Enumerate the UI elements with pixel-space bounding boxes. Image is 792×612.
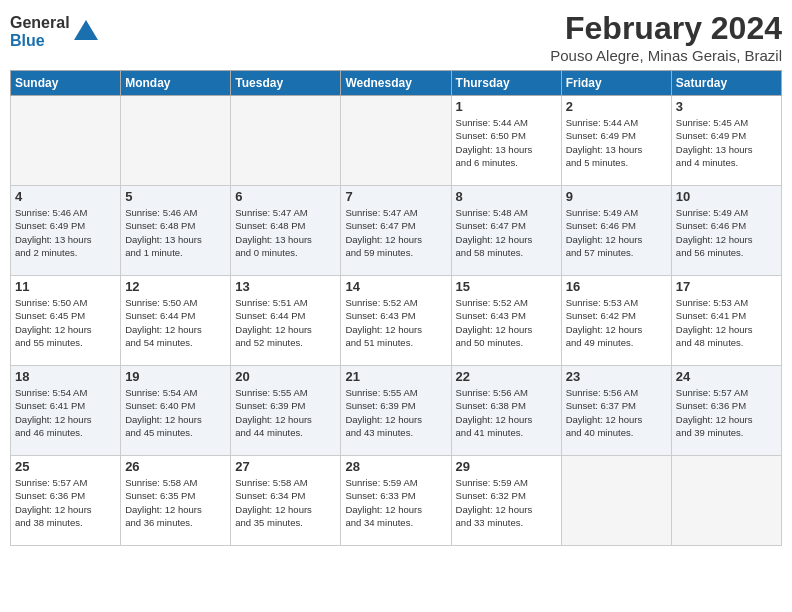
day-number: 23: [566, 369, 667, 384]
calendar-week-3: 11Sunrise: 5:50 AM Sunset: 6:45 PM Dayli…: [11, 276, 782, 366]
logo-blue: Blue: [10, 32, 70, 50]
day-info: Sunrise: 5:47 AM Sunset: 6:47 PM Dayligh…: [345, 206, 446, 259]
calendar-header: Sunday Monday Tuesday Wednesday Thursday…: [11, 71, 782, 96]
day-info: Sunrise: 5:56 AM Sunset: 6:38 PM Dayligh…: [456, 386, 557, 439]
logo-general: General: [10, 14, 70, 32]
calendar-cell: 25Sunrise: 5:57 AM Sunset: 6:36 PM Dayli…: [11, 456, 121, 546]
day-info: Sunrise: 5:57 AM Sunset: 6:36 PM Dayligh…: [15, 476, 116, 529]
calendar-cell: [11, 96, 121, 186]
day-info: Sunrise: 5:51 AM Sunset: 6:44 PM Dayligh…: [235, 296, 336, 349]
calendar-week-5: 25Sunrise: 5:57 AM Sunset: 6:36 PM Dayli…: [11, 456, 782, 546]
calendar-cell: 26Sunrise: 5:58 AM Sunset: 6:35 PM Dayli…: [121, 456, 231, 546]
day-info: Sunrise: 5:52 AM Sunset: 6:43 PM Dayligh…: [345, 296, 446, 349]
day-info: Sunrise: 5:46 AM Sunset: 6:48 PM Dayligh…: [125, 206, 226, 259]
month-year-title: February 2024: [550, 10, 782, 47]
calendar-cell: 14Sunrise: 5:52 AM Sunset: 6:43 PM Dayli…: [341, 276, 451, 366]
day-number: 26: [125, 459, 226, 474]
calendar-cell: [341, 96, 451, 186]
day-info: Sunrise: 5:47 AM Sunset: 6:48 PM Dayligh…: [235, 206, 336, 259]
day-number: 6: [235, 189, 336, 204]
day-info: Sunrise: 5:56 AM Sunset: 6:37 PM Dayligh…: [566, 386, 667, 439]
day-number: 21: [345, 369, 446, 384]
calendar-cell: [121, 96, 231, 186]
day-info: Sunrise: 5:48 AM Sunset: 6:47 PM Dayligh…: [456, 206, 557, 259]
calendar-cell: 10Sunrise: 5:49 AM Sunset: 6:46 PM Dayli…: [671, 186, 781, 276]
day-info: Sunrise: 5:46 AM Sunset: 6:49 PM Dayligh…: [15, 206, 116, 259]
calendar-week-2: 4Sunrise: 5:46 AM Sunset: 6:49 PM Daylig…: [11, 186, 782, 276]
day-info: Sunrise: 5:59 AM Sunset: 6:32 PM Dayligh…: [456, 476, 557, 529]
calendar-cell: 3Sunrise: 5:45 AM Sunset: 6:49 PM Daylig…: [671, 96, 781, 186]
day-info: Sunrise: 5:55 AM Sunset: 6:39 PM Dayligh…: [345, 386, 446, 439]
day-info: Sunrise: 5:57 AM Sunset: 6:36 PM Dayligh…: [676, 386, 777, 439]
day-info: Sunrise: 5:45 AM Sunset: 6:49 PM Dayligh…: [676, 116, 777, 169]
logo-icon: [72, 18, 100, 46]
calendar-cell: 7Sunrise: 5:47 AM Sunset: 6:47 PM Daylig…: [341, 186, 451, 276]
calendar-cell: 16Sunrise: 5:53 AM Sunset: 6:42 PM Dayli…: [561, 276, 671, 366]
day-number: 17: [676, 279, 777, 294]
day-info: Sunrise: 5:59 AM Sunset: 6:33 PM Dayligh…: [345, 476, 446, 529]
day-number: 24: [676, 369, 777, 384]
logo-text: General Blue: [10, 14, 70, 49]
calendar-cell: 2Sunrise: 5:44 AM Sunset: 6:49 PM Daylig…: [561, 96, 671, 186]
calendar-cell: 13Sunrise: 5:51 AM Sunset: 6:44 PM Dayli…: [231, 276, 341, 366]
header: General Blue February 2024 Pouso Alegre,…: [10, 10, 782, 64]
day-info: Sunrise: 5:49 AM Sunset: 6:46 PM Dayligh…: [676, 206, 777, 259]
title-area: February 2024 Pouso Alegre, Minas Gerais…: [550, 10, 782, 64]
day-number: 1: [456, 99, 557, 114]
day-info: Sunrise: 5:58 AM Sunset: 6:34 PM Dayligh…: [235, 476, 336, 529]
day-info: Sunrise: 5:54 AM Sunset: 6:41 PM Dayligh…: [15, 386, 116, 439]
day-info: Sunrise: 5:53 AM Sunset: 6:41 PM Dayligh…: [676, 296, 777, 349]
day-number: 14: [345, 279, 446, 294]
calendar-cell: 21Sunrise: 5:55 AM Sunset: 6:39 PM Dayli…: [341, 366, 451, 456]
day-info: Sunrise: 5:44 AM Sunset: 6:49 PM Dayligh…: [566, 116, 667, 169]
calendar-cell: 18Sunrise: 5:54 AM Sunset: 6:41 PM Dayli…: [11, 366, 121, 456]
day-number: 19: [125, 369, 226, 384]
calendar-cell: 20Sunrise: 5:55 AM Sunset: 6:39 PM Dayli…: [231, 366, 341, 456]
day-info: Sunrise: 5:58 AM Sunset: 6:35 PM Dayligh…: [125, 476, 226, 529]
day-number: 13: [235, 279, 336, 294]
calendar-cell: 12Sunrise: 5:50 AM Sunset: 6:44 PM Dayli…: [121, 276, 231, 366]
day-number: 2: [566, 99, 667, 114]
day-info: Sunrise: 5:54 AM Sunset: 6:40 PM Dayligh…: [125, 386, 226, 439]
calendar-cell: 1Sunrise: 5:44 AM Sunset: 6:50 PM Daylig…: [451, 96, 561, 186]
day-number: 20: [235, 369, 336, 384]
day-info: Sunrise: 5:50 AM Sunset: 6:44 PM Dayligh…: [125, 296, 226, 349]
day-info: Sunrise: 5:50 AM Sunset: 6:45 PM Dayligh…: [15, 296, 116, 349]
calendar-table: Sunday Monday Tuesday Wednesday Thursday…: [10, 70, 782, 546]
day-number: 18: [15, 369, 116, 384]
header-saturday: Saturday: [671, 71, 781, 96]
day-number: 5: [125, 189, 226, 204]
calendar-cell: 6Sunrise: 5:47 AM Sunset: 6:48 PM Daylig…: [231, 186, 341, 276]
calendar-week-1: 1Sunrise: 5:44 AM Sunset: 6:50 PM Daylig…: [11, 96, 782, 186]
day-info: Sunrise: 5:52 AM Sunset: 6:43 PM Dayligh…: [456, 296, 557, 349]
day-info: Sunrise: 5:49 AM Sunset: 6:46 PM Dayligh…: [566, 206, 667, 259]
calendar-cell: 28Sunrise: 5:59 AM Sunset: 6:33 PM Dayli…: [341, 456, 451, 546]
header-wednesday: Wednesday: [341, 71, 451, 96]
calendar-cell: [231, 96, 341, 186]
calendar-cell: 22Sunrise: 5:56 AM Sunset: 6:38 PM Dayli…: [451, 366, 561, 456]
logo: General Blue: [10, 14, 100, 49]
calendar-week-4: 18Sunrise: 5:54 AM Sunset: 6:41 PM Dayli…: [11, 366, 782, 456]
day-number: 11: [15, 279, 116, 294]
day-number: 29: [456, 459, 557, 474]
day-info: Sunrise: 5:44 AM Sunset: 6:50 PM Dayligh…: [456, 116, 557, 169]
calendar-cell: [561, 456, 671, 546]
calendar-cell: 29Sunrise: 5:59 AM Sunset: 6:32 PM Dayli…: [451, 456, 561, 546]
day-info: Sunrise: 5:55 AM Sunset: 6:39 PM Dayligh…: [235, 386, 336, 439]
calendar-body: 1Sunrise: 5:44 AM Sunset: 6:50 PM Daylig…: [11, 96, 782, 546]
day-number: 7: [345, 189, 446, 204]
day-number: 22: [456, 369, 557, 384]
header-monday: Monday: [121, 71, 231, 96]
svg-marker-0: [74, 20, 98, 40]
calendar-cell: 15Sunrise: 5:52 AM Sunset: 6:43 PM Dayli…: [451, 276, 561, 366]
location-subtitle: Pouso Alegre, Minas Gerais, Brazil: [550, 47, 782, 64]
day-number: 25: [15, 459, 116, 474]
header-thursday: Thursday: [451, 71, 561, 96]
day-info: Sunrise: 5:53 AM Sunset: 6:42 PM Dayligh…: [566, 296, 667, 349]
day-number: 12: [125, 279, 226, 294]
header-tuesday: Tuesday: [231, 71, 341, 96]
day-number: 15: [456, 279, 557, 294]
calendar-cell: 8Sunrise: 5:48 AM Sunset: 6:47 PM Daylig…: [451, 186, 561, 276]
calendar-cell: 19Sunrise: 5:54 AM Sunset: 6:40 PM Dayli…: [121, 366, 231, 456]
day-number: 10: [676, 189, 777, 204]
